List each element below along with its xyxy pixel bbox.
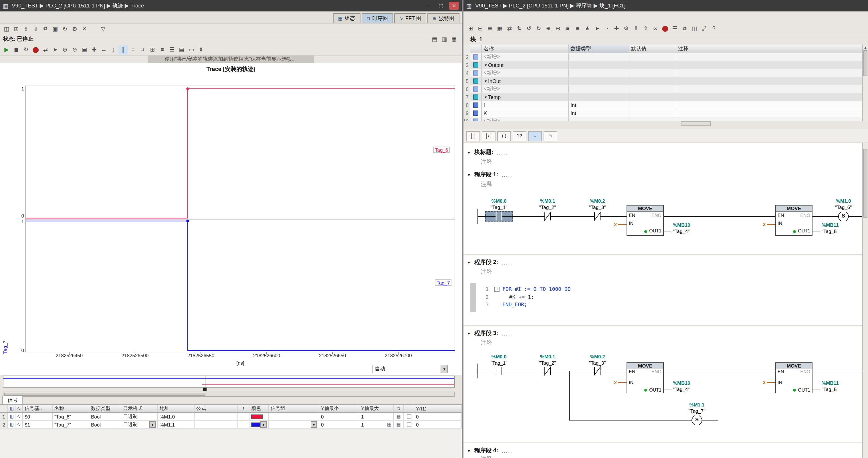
variable-default[interactable]	[629, 69, 676, 77]
move1-out-tag[interactable]: "Tag_4"	[673, 387, 689, 392]
network3-header[interactable]: ▼ 程序段 3: .....	[467, 328, 862, 338]
start-trace-icon[interactable]: ▶	[2, 45, 11, 54]
contact1-address[interactable]: %M0.0	[482, 354, 516, 360]
header-formula[interactable]: 公式	[194, 405, 238, 412]
variable-datatype[interactable]	[569, 69, 629, 77]
header-datatype[interactable]: 数据类型	[89, 405, 121, 412]
section-name[interactable]: ▼Temp	[482, 93, 569, 101]
program-scrollbar-thumb[interactable]	[863, 149, 867, 218]
signal-row-tag7[interactable]: 2 ◧ ∿ $1 "Tag_7" Bool 二进制▼ %M1.1 ▼ ▼ 0 1…	[0, 421, 462, 429]
signal-ymax-cell[interactable]: 1	[359, 413, 394, 420]
minimize-button[interactable]: ─	[423, 2, 433, 10]
swap-icon[interactable]: ⇄	[505, 24, 515, 33]
trace-chart-canvas[interactable]	[0, 63, 462, 375]
move-instruction-1[interactable]: MOVE EN ENO IN OUT1	[626, 205, 664, 236]
signal-checkbox[interactable]	[406, 422, 411, 427]
sort-icon[interactable]: ⇅	[515, 24, 524, 33]
horizontal-cursors-icon[interactable]: =	[128, 45, 138, 54]
signal-formula-cell[interactable]	[194, 413, 238, 420]
move1-out-address[interactable]: %MB10	[673, 380, 690, 386]
network4-header[interactable]: ▼ 程序段 4: .....	[467, 446, 862, 455]
collapse-icon[interactable]: ▼	[467, 449, 471, 453]
grid-view-icon[interactable]: ▦	[449, 35, 459, 44]
delete-network-icon[interactable]: ⊟	[475, 24, 485, 33]
signal-address-cell[interactable]: %M1.0	[158, 413, 194, 420]
network2-title-dots[interactable]: .....	[501, 259, 513, 265]
contact3-address[interactable]: %M0.2	[580, 354, 615, 360]
contact3-address[interactable]: %M0.2	[580, 198, 615, 204]
interface-vertical-scrollbar[interactable]: ▲	[862, 45, 868, 121]
expand-networks-icon[interactable]: ⊕	[544, 24, 553, 33]
contact2-address[interactable]: %M0.1	[530, 198, 565, 204]
set-coil-tag[interactable]: "Tag_6"	[826, 204, 861, 210]
move1-in-value[interactable]: 2	[604, 379, 617, 385]
settings-icon[interactable]: ⚙	[70, 24, 80, 33]
signal-ymax-cell[interactable]: 1▦	[359, 421, 394, 428]
network3-title-dots[interactable]: .....	[501, 330, 513, 336]
split-view-icon[interactable]: ▥	[439, 35, 449, 44]
signal-fx-cell[interactable]	[238, 421, 249, 428]
branch-coil-tag[interactable]: "Tag_7"	[680, 408, 714, 414]
cross-reference-icon[interactable]: ⧉	[680, 24, 689, 33]
undo-icon[interactable]: ↺	[524, 24, 534, 33]
move1-in-value[interactable]: 2	[604, 222, 617, 227]
empty-box-icon[interactable]: ??	[513, 131, 526, 141]
zoom-region-icon[interactable]: ▣	[80, 45, 89, 54]
code-line-2[interactable]: #K += 1;	[509, 294, 534, 300]
move2-in-value[interactable]: 3	[753, 222, 766, 227]
color-swatch-blue[interactable]	[251, 422, 260, 427]
section-datatype[interactable]	[569, 77, 629, 85]
move2-in-value[interactable]: 3	[753, 379, 766, 385]
export-trace-icon[interactable]: ⇪	[21, 24, 31, 33]
tab-fft[interactable]: ∿ FFT 图	[394, 13, 427, 23]
overview-drag-handle[interactable]	[203, 388, 207, 391]
interface-row[interactable]: 6 <新增>	[463, 85, 862, 93]
signal-address-cell[interactable]: %M1.1	[158, 421, 194, 428]
signal-base-cell[interactable]: $0	[23, 413, 53, 420]
fit-width-icon[interactable]: ↔	[99, 45, 109, 54]
tab-timing-diagram[interactable]: ⊓ 时序图	[361, 13, 393, 23]
signal-row-tag6[interactable]: 1 ◧ ∿ $0 "Tag_6" Bool 二进制 %M1.0 0 1 ▦ 0	[0, 413, 462, 421]
signals-tab[interactable]: 信号	[2, 396, 23, 404]
code-line-1[interactable]: FOR #I := 0 TO 1000 DO	[502, 286, 570, 292]
signal-name-cell[interactable]: "Tag_6"	[53, 413, 89, 420]
header-signal-base[interactable]: 信号基..	[23, 405, 53, 412]
variable-comment[interactable]	[676, 109, 862, 117]
update-block-call-icon[interactable]: ✚	[612, 24, 621, 33]
section-name[interactable]: ▼Output	[482, 61, 569, 69]
section-datatype[interactable]	[569, 61, 629, 69]
monitoring-icon[interactable]: ∞	[651, 24, 660, 33]
signal-color-cell[interactable]	[249, 413, 269, 420]
toggle-navigation-icon[interactable]: ◫	[2, 24, 11, 33]
interface-horizontal-scrollbar[interactable]	[681, 121, 711, 126]
section-comment[interactable]	[676, 77, 862, 85]
collapse-icon[interactable]: ▼	[484, 79, 488, 83]
signal-formula-cell[interactable]	[194, 421, 238, 428]
scroll-up-icon[interactable]: ▲	[863, 45, 868, 50]
move-instruction-2[interactable]: MOVE EN ENO IN OUT1	[775, 363, 812, 393]
open-branch-icon[interactable]: →	[528, 131, 542, 141]
move-view-icon[interactable]: ✚	[89, 45, 99, 54]
signal-checkbox-cell[interactable]	[404, 421, 414, 428]
signal-scale-icon[interactable]: ▦	[394, 421, 404, 428]
move2-out-address[interactable]: %MB11	[822, 380, 839, 386]
variable-datatype[interactable]	[569, 117, 629, 121]
repeat-icon[interactable]: ↻	[60, 24, 70, 33]
delete-icon[interactable]: ✕	[80, 24, 89, 33]
section-comment[interactable]	[676, 93, 862, 101]
overview-position-marker[interactable]	[205, 376, 206, 387]
set-coil-symbol[interactable]: S	[839, 213, 848, 219]
chart-horizontal-scrollbar[interactable]	[3, 392, 455, 397]
header-y-max[interactable]: Y轴最大	[359, 405, 394, 412]
import-trace-icon[interactable]: ⇩	[31, 24, 41, 33]
stack-signals-icon[interactable]: ▤	[177, 45, 187, 54]
ymax-scale-icon[interactable]: ▦	[387, 422, 391, 427]
color-dropdown-icon[interactable]: ▼	[260, 421, 267, 428]
move2-out-tag[interactable]: "Tag_5"	[822, 387, 838, 392]
contact2-tag[interactable]: "Tag_2"	[530, 360, 565, 366]
help-icon[interactable]: ?	[709, 24, 719, 33]
signal-format-cell[interactable]: 二进制▼	[121, 421, 158, 428]
variable-default[interactable]	[629, 101, 676, 109]
coil-icon[interactable]: ( )	[497, 131, 511, 141]
interface-header-name[interactable]: 名称	[482, 45, 569, 53]
